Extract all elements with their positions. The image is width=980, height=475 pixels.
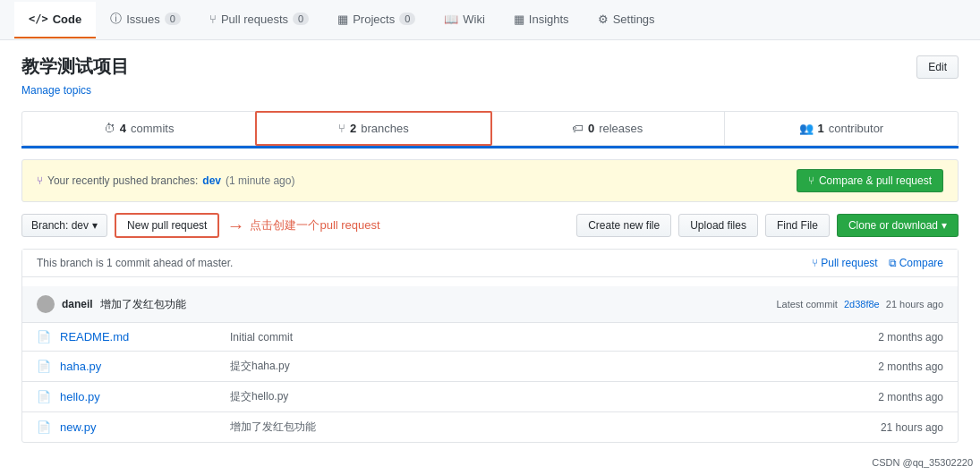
file-time: 2 months ago xyxy=(878,331,943,344)
upload-files-button[interactable]: Upload files xyxy=(678,214,758,237)
branches-label: branches xyxy=(361,122,408,135)
stats-bar: ⏱ 4 commits ⑂ 2 branches 🏷 0 releases 👥 … xyxy=(21,111,959,146)
table-row: 📄 haha.py 提交haha.py 2 months ago xyxy=(22,352,958,382)
push-notice-text: ⑂ Your recently pushed branches: dev (1 … xyxy=(37,174,294,187)
commit-hash[interactable]: 2d38f8e xyxy=(844,299,880,310)
tab-projects-label: Projects xyxy=(353,13,395,26)
stat-releases[interactable]: 🏷 0 releases xyxy=(491,112,725,145)
issues-badge: 0 xyxy=(165,13,181,25)
pr-badge: 0 xyxy=(293,13,309,25)
latest-commit-row: daneil 增加了发红包功能 Latest commit 2d38f8e 21… xyxy=(22,286,958,323)
settings-icon: ⚙ xyxy=(598,13,609,26)
tab-issues[interactable]: ⓘ Issues 0 xyxy=(96,0,195,39)
tab-issues-label: Issues xyxy=(126,13,160,26)
pushed-branch-name: dev xyxy=(202,174,221,187)
commit-author[interactable]: daneil xyxy=(62,298,93,310)
tag-icon: 🏷 xyxy=(572,122,584,135)
tab-code[interactable]: </> Code xyxy=(14,2,96,38)
branch-info-links: ⑂ Pull request ⧉ Compare xyxy=(812,257,943,269)
file-commit-msg: 增加了发红包功能 xyxy=(230,420,872,435)
file-table: This branch is 1 commit ahead of master.… xyxy=(21,249,959,443)
push-notice: ⑂ Your recently pushed branches: dev (1 … xyxy=(21,159,959,202)
manage-topics-link[interactable]: Manage topics xyxy=(21,84,959,97)
stat-commits[interactable]: ⏱ 4 commits xyxy=(22,112,256,145)
toolbar-right: Create new file Upload files Find File C… xyxy=(576,214,959,237)
commit-meta: Latest commit 2d38f8e 21 hours ago xyxy=(776,299,943,310)
avatar xyxy=(37,295,55,313)
stat-contributors[interactable]: 👥 1 contributor xyxy=(725,112,958,145)
compare-link-label: Compare xyxy=(899,257,943,269)
compare-btn-label: Compare & pull request xyxy=(819,174,932,187)
annotation-text: 点击创建一个pull request xyxy=(250,217,379,233)
releases-count: 0 xyxy=(588,122,594,135)
tab-insights[interactable]: ▦ Insights xyxy=(499,2,584,38)
releases-label: releases xyxy=(599,122,643,135)
pr-icon: ⑂ xyxy=(209,13,217,26)
project-icon: ▦ xyxy=(337,13,348,26)
file-commit-msg: 提交hello.py xyxy=(230,389,869,404)
main-content: 教学测试项目 Edit Manage topics ⏱ 4 commits ⑂ … xyxy=(0,40,980,457)
tab-insights-label: Insights xyxy=(529,13,569,26)
commits-count: 4 xyxy=(120,122,126,135)
compare-icon: ⑂ xyxy=(808,174,814,187)
chevron-down-icon: ▾ xyxy=(92,219,98,232)
repo-title: 教学测试项目 xyxy=(21,55,129,79)
insights-icon: ▦ xyxy=(514,13,524,26)
compare-link[interactable]: ⧉ Compare xyxy=(889,257,943,269)
tab-settings[interactable]: ⚙ Settings xyxy=(584,2,669,38)
find-file-button[interactable]: Find File xyxy=(765,214,830,237)
file-icon: 📄 xyxy=(37,330,51,344)
tab-bar: </> Code ⓘ Issues 0 ⑂ Pull requests 0 ▦ … xyxy=(0,0,980,40)
tab-wiki-label: Wiki xyxy=(463,13,485,26)
contributors-label: contributor xyxy=(829,122,883,135)
file-name[interactable]: hello.py xyxy=(60,390,221,403)
new-pull-request-button[interactable]: New pull request xyxy=(115,213,219,238)
table-row: 📄 hello.py 提交hello.py 2 months ago xyxy=(22,382,958,412)
tab-settings-label: Settings xyxy=(613,13,655,26)
branches-count: 2 xyxy=(350,122,356,135)
compare-pull-request-button[interactable]: ⑂ Compare & pull request xyxy=(797,169,943,192)
blue-divider xyxy=(21,146,959,148)
file-time: 2 months ago xyxy=(878,360,943,373)
people-icon: 👥 xyxy=(799,122,814,135)
table-row: 📄 new.py 增加了发红包功能 21 hours ago xyxy=(22,412,958,442)
push-notice-label: Your recently pushed branches: xyxy=(47,174,198,187)
branch-info-row: This branch is 1 commit ahead of master.… xyxy=(22,250,958,277)
branch-notice-icon: ⑂ xyxy=(37,174,43,187)
compare-link-icon: ⧉ xyxy=(889,257,897,269)
tab-projects[interactable]: ▦ Projects 0 xyxy=(323,2,430,38)
file-commit-msg: Initial commit xyxy=(230,331,869,344)
tab-wiki[interactable]: 📖 Wiki xyxy=(430,2,499,38)
tab-pr-label: Pull requests xyxy=(221,13,288,26)
clone-chevron-icon: ▾ xyxy=(942,219,947,232)
create-new-file-button[interactable]: Create new file xyxy=(576,214,671,237)
commits-icon: ⏱ xyxy=(104,122,115,135)
pr-link-label: Pull request xyxy=(821,257,877,269)
annotation: → 点击创建一个pull request xyxy=(226,216,379,236)
commit-time: 21 hours ago xyxy=(886,299,943,310)
branch-selector-label: Branch: dev xyxy=(31,219,89,232)
branch-icon: ⑂ xyxy=(338,122,345,135)
file-icon: 📄 xyxy=(37,420,51,434)
pull-request-link[interactable]: ⑂ Pull request xyxy=(812,257,877,269)
toolbar: Branch: dev ▾ New pull request → 点击创建一个p… xyxy=(21,213,959,238)
file-name[interactable]: new.py xyxy=(60,420,221,434)
tab-pull-requests[interactable]: ⑂ Pull requests 0 xyxy=(195,2,323,38)
issue-icon: ⓘ xyxy=(110,11,122,27)
file-name[interactable]: README.md xyxy=(60,330,221,344)
commit-message: 增加了发红包功能 xyxy=(100,297,186,312)
clone-or-download-button[interactable]: Clone or download ▾ xyxy=(837,214,959,237)
file-icon: 📄 xyxy=(37,360,51,373)
branch-selector[interactable]: Branch: dev ▾ xyxy=(21,214,107,237)
file-time: 21 hours ago xyxy=(881,421,943,434)
file-time: 2 months ago xyxy=(878,391,943,403)
clone-btn-label: Clone or download xyxy=(848,219,938,232)
file-commit-msg: 提交haha.py xyxy=(230,359,869,374)
arrow-icon: → xyxy=(226,216,244,236)
stat-branches[interactable]: ⑂ 2 branches xyxy=(255,111,491,146)
branch-info-text: This branch is 1 commit ahead of master. xyxy=(37,257,233,269)
file-name[interactable]: haha.py xyxy=(60,360,221,373)
tab-code-label: Code xyxy=(53,13,82,26)
edit-button[interactable]: Edit xyxy=(916,55,959,79)
projects-badge: 0 xyxy=(399,13,415,25)
